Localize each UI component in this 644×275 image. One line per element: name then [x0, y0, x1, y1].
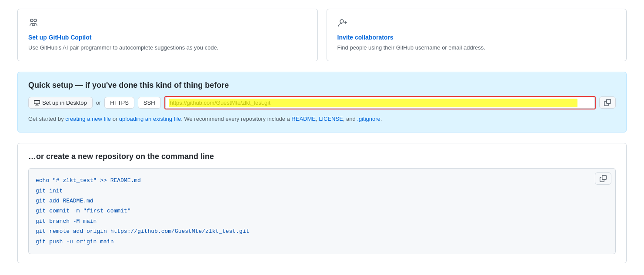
copy-code-button[interactable]: [595, 172, 611, 185]
copilot-card-desc: Use GitHub's AI pair programmer to autoc…: [28, 43, 307, 52]
svg-rect-2: [32, 24, 35, 26]
quick-setup-title: Quick setup — if you've done this kind o…: [28, 81, 616, 90]
code-line-3: git add README.md: [36, 196, 608, 206]
creating-new-file-link[interactable]: creating a new file: [65, 116, 111, 122]
quick-setup-hint: Get started by creating a new file or up…: [28, 115, 616, 124]
copilot-icon: [28, 18, 307, 30]
svg-point-3: [340, 20, 344, 23]
collaborators-card-desc: Find people using their GitHub username …: [337, 43, 616, 52]
setup-desktop-label: Set up in Desktop: [42, 99, 87, 106]
commandline-section: …or create a new repository on the comma…: [17, 143, 627, 263]
copy-url-button[interactable]: [599, 96, 616, 109]
hint-prefix: Get started by: [28, 116, 65, 122]
url-bar-row: Set up in Desktop or HTTPS SSH: [28, 96, 616, 109]
collaborators-card: Invite collaborators Find people using t…: [327, 9, 627, 61]
ssh-button[interactable]: SSH: [138, 97, 161, 109]
copy-code-icon: [600, 175, 607, 182]
code-block-wrapper: echo "# zlkt_test" >> README.md git init…: [28, 168, 616, 254]
commandline-title: …or create a new repository on the comma…: [28, 152, 616, 161]
copilot-card-title[interactable]: Set up GitHub Copilot: [28, 34, 307, 41]
setup-desktop-button[interactable]: Set up in Desktop: [28, 97, 93, 109]
quick-setup-section: Quick setup — if you've done this kind o…: [17, 72, 627, 133]
hint-suffix: . We recommend every repository include …: [181, 116, 291, 122]
hint-middle: or: [111, 116, 119, 122]
footer-watermark: CSDN @GUEST_MTE: [17, 272, 627, 275]
page-wrapper: Set up GitHub Copilot Use GitHub's AI pa…: [0, 0, 644, 275]
invite-icon: [337, 18, 616, 30]
license-link[interactable]: LICENSE: [319, 116, 343, 122]
code-line-4: git commit -m "first commit": [36, 206, 608, 216]
code-line-1: echo "# zlkt_test" >> README.md: [36, 176, 608, 186]
code-line-7: git push -u origin main: [36, 237, 608, 247]
svg-point-1: [34, 19, 37, 22]
code-line-5: git branch -M main: [36, 216, 608, 226]
or-text: or: [96, 99, 101, 106]
code-line-6: git remote add origin https://github.com…: [36, 226, 608, 236]
svg-point-0: [30, 19, 33, 22]
uploading-existing-file-link[interactable]: uploading an existing file: [119, 116, 181, 122]
url-input-wrapper: [164, 96, 596, 109]
collaborators-card-title[interactable]: Invite collaborators: [337, 34, 616, 41]
desktop-icon: [34, 99, 40, 106]
copy-icon: [604, 99, 611, 106]
cards-row: Set up GitHub Copilot Use GitHub's AI pa…: [17, 9, 627, 61]
gitignore-link[interactable]: .gitignore: [357, 116, 380, 122]
url-input[interactable]: [165, 97, 595, 109]
readme-link[interactable]: README: [291, 116, 316, 122]
code-block: echo "# zlkt_test" >> README.md git init…: [28, 168, 616, 254]
copilot-card: Set up GitHub Copilot Use GitHub's AI pa…: [17, 9, 318, 61]
code-line-2: git init: [36, 186, 608, 196]
https-button[interactable]: HTTPS: [104, 97, 134, 109]
